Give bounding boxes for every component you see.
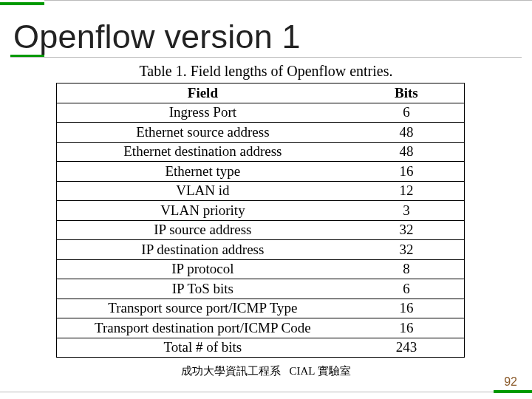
openflow-fields-table: Field Bits Ingress Port6 Ethernet source… — [56, 83, 465, 358]
cell-field: IP destination address — [57, 240, 349, 260]
cell-bits: 243 — [349, 338, 465, 358]
decor-line — [494, 390, 532, 393]
caption-prefix: Table 1. — [140, 63, 187, 79]
cell-field: VLAN priority — [57, 201, 349, 221]
slide: { "title": "Openflow version 1", "captio… — [0, 0, 532, 399]
cell-bits: 6 — [349, 103, 465, 123]
table-caption: Table 1. Field lengths of Openflow entri… — [0, 63, 532, 80]
cell-field: IP protocol — [57, 259, 349, 279]
footer-left: 成功大學資訊工程系 — [181, 365, 281, 377]
cell-bits: 6 — [349, 279, 465, 299]
page-title: Openflow version 1 — [13, 18, 301, 56]
table-header-row: Field Bits — [57, 83, 465, 103]
cell-bits: 32 — [349, 220, 465, 240]
cell-bits: 12 — [349, 181, 465, 201]
cell-bits: 3 — [349, 201, 465, 221]
table-row: VLAN priority3 — [57, 201, 465, 221]
cell-field: IP source address — [57, 220, 349, 240]
cell-field: Ethernet destination address — [57, 142, 349, 162]
table-row: Transport destination port/ICMP Code16 — [57, 318, 465, 338]
table-row: Ethernet destination address48 — [57, 142, 465, 162]
col-header-field: Field — [57, 83, 349, 103]
cell-bits: 8 — [349, 259, 465, 279]
cell-bits: 16 — [349, 318, 465, 338]
cell-field: Total # of bits — [57, 338, 349, 358]
cell-bits: 48 — [349, 123, 465, 143]
footer: 成功大學資訊工程系 CIAL 實驗室 — [0, 364, 532, 378]
cell-bits: 48 — [349, 142, 465, 162]
table-row: Transport source port/ICMP Type16 — [57, 299, 465, 318]
table-row: IP ToS bits6 — [57, 279, 465, 299]
decor-line — [44, 0, 532, 1]
footer-right: CIAL 實驗室 — [290, 365, 351, 377]
table-row: IP destination address32 — [57, 240, 465, 260]
cell-bits: 32 — [349, 240, 465, 260]
table-row: IP source address32 — [57, 220, 465, 240]
decor-line — [0, 392, 494, 392]
cell-field: Transport source port/ICMP Type — [57, 299, 349, 318]
col-header-bits: Bits — [349, 83, 465, 103]
table-row: Ethernet type16 — [57, 162, 465, 182]
decor-line — [10, 57, 522, 58]
table-row: Ethernet source address48 — [57, 123, 465, 143]
page-number: 92 — [504, 375, 517, 389]
cell-bits: 16 — [349, 299, 465, 318]
cell-field: IP ToS bits — [57, 279, 349, 299]
cell-field: Ethernet type — [57, 162, 349, 182]
table-row: IP protocol8 — [57, 259, 465, 279]
cell-field: Ingress Port — [57, 103, 349, 123]
table-row: Ingress Port6 — [57, 103, 465, 123]
cell-field: Ethernet source address — [57, 123, 349, 143]
cell-field: VLAN id — [57, 181, 349, 201]
decor-line — [0, 2, 44, 5]
table-row: VLAN id12 — [57, 181, 465, 201]
table-row: Total # of bits243 — [57, 338, 465, 358]
caption-text: Field lengths of Openflow entries. — [187, 63, 393, 79]
cell-field: Transport destination port/ICMP Code — [57, 318, 349, 338]
cell-bits: 16 — [349, 162, 465, 182]
